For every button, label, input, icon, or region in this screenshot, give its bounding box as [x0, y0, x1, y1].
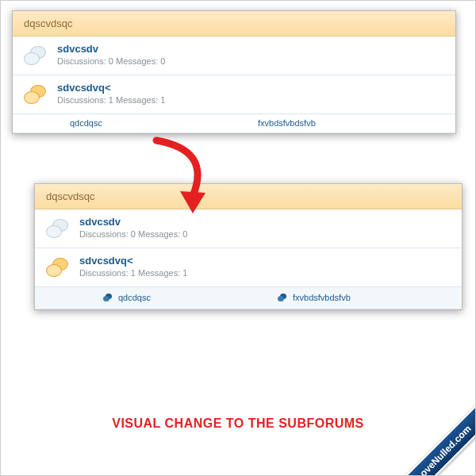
watermark-ribbon[interactable]: LoveNulled.com — [379, 389, 476, 476]
forum-body: sdvcsdv Discussions: 0 Messages: 0 — [57, 43, 446, 66]
subforum-link[interactable]: qdcdqsc — [118, 293, 151, 302]
subforum-cell: fxvbdsfvbdsfvb — [278, 293, 452, 302]
forum-body: sdvcsdvq< Discussions: 1 Messages: 1 — [57, 82, 446, 105]
forum-row: sdvcsdv Discussions: 0 Messages: 0 — [35, 209, 462, 248]
caption-text: VISUAL CHANGE TO THE SUBFORUMS — [1, 416, 475, 431]
forum-stats: Discussions: 0 Messages: 0 — [57, 56, 446, 66]
forum-title-link[interactable]: sdvcsdvq< — [57, 82, 446, 94]
forum-panel-after: dqscvdsqc sdvcsdv Discussions: 0 Message… — [34, 183, 463, 310]
forum-stats: Discussions: 1 Messages: 1 — [79, 268, 452, 278]
forum-row: sdvcsdvq< Discussions: 1 Messages: 1 — [35, 248, 462, 286]
forum-title-link[interactable]: sdvcsdvq< — [79, 255, 452, 267]
forum-title-link[interactable]: sdvcsdv — [57, 43, 446, 55]
forum-title-link[interactable]: sdvcsdv — [79, 216, 452, 228]
speech-bubbles-icon — [22, 43, 51, 68]
subforum-row-before: qdcdqsc fxvbdsfvbdsfvb — [13, 114, 455, 133]
subforum-link[interactable]: fxvbdsfvbdsfvb — [293, 293, 351, 302]
forum-stats: Discussions: 1 Messages: 1 — [57, 95, 446, 105]
speech-bubbles-icon — [44, 255, 73, 280]
speech-bubbles-icon — [44, 216, 73, 241]
subforum-cell: fxvbdsfvbdsfvb — [258, 118, 446, 128]
subforum-cell: qdcdqsc — [103, 293, 278, 302]
subforum-cell: qdcdqsc — [70, 118, 258, 128]
subforum-link[interactable]: qdcdqsc — [70, 118, 102, 128]
chat-icon — [278, 294, 288, 302]
forum-row: sdvcsdv Discussions: 0 Messages: 0 — [13, 36, 455, 75]
panel-header: dqscvdsqc — [35, 184, 462, 209]
forum-body: sdvcsdvq< Discussions: 1 Messages: 1 — [79, 255, 452, 278]
subforum-link[interactable]: fxvbdsfvbdsfvb — [258, 118, 316, 128]
forum-stats: Discussions: 0 Messages: 0 — [79, 229, 452, 239]
chat-icon — [103, 294, 113, 302]
forum-body: sdvcsdv Discussions: 0 Messages: 0 — [79, 216, 452, 239]
subforum-row-after: qdcdqsc fxvbdsfvbdsfvb — [35, 286, 462, 309]
forum-panel-before: dqscvdsqc sdvcsdv Discussions: 0 Message… — [12, 10, 456, 134]
panel-header: dqscvdsqc — [13, 11, 455, 36]
speech-bubbles-icon — [22, 82, 51, 107]
forum-row: sdvcsdvq< Discussions: 1 Messages: 1 — [13, 75, 455, 114]
